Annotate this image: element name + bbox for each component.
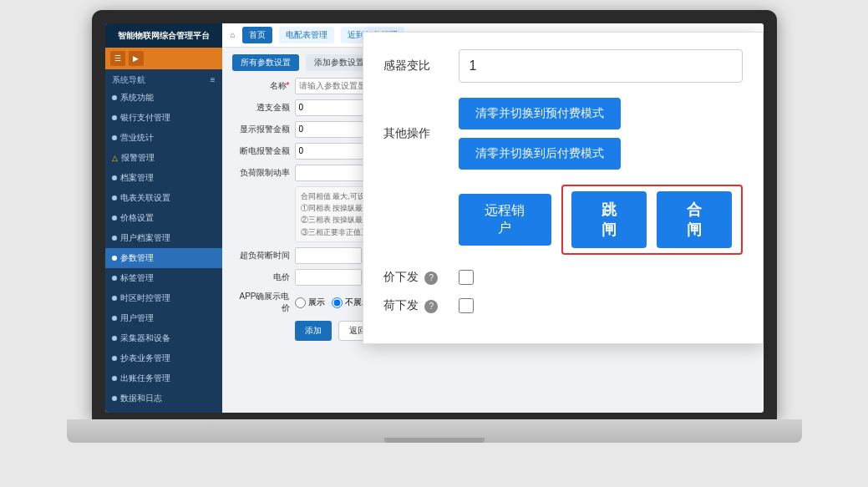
nav-expand-icon[interactable]: ≡ bbox=[211, 75, 216, 84]
sidebar-item-meter-reading[interactable]: 抄表业务管理 bbox=[105, 348, 222, 368]
popup-remote-row: 远程销户 跳闸 合闸 bbox=[459, 185, 743, 255]
sidebar-item-time-zone[interactable]: 时区时控管理 bbox=[105, 288, 222, 308]
sidebar-item-alarm[interactable]: △ 报警管理 bbox=[105, 148, 222, 168]
label-load-limit: 负荷限制动率 bbox=[232, 167, 295, 179]
breadcrumb-tab-home[interactable]: 首页 bbox=[242, 27, 272, 43]
home-icon[interactable]: ⌂ bbox=[231, 30, 236, 39]
sidebar-item-report[interactable]: 报表查询 bbox=[105, 408, 222, 413]
menu-icon[interactable]: ☰ bbox=[110, 51, 125, 66]
radio-show-label: 展示 bbox=[308, 297, 325, 308]
play-icon[interactable]: ▶ bbox=[129, 51, 144, 66]
sidebar-item-param-mgr[interactable]: 参数管理 bbox=[105, 248, 222, 268]
label-power-cut: 断电报警金额 bbox=[232, 145, 295, 157]
radio-hide-input[interactable] bbox=[332, 297, 343, 308]
btn-jump[interactable]: 跳闸 bbox=[571, 191, 647, 248]
sidebar: 智能物联网综合管理平台 ☰ ▶ 系统导航 ≡ 系统功能 银行支付管理 bbox=[105, 23, 222, 413]
label-name: 名称* bbox=[232, 80, 295, 92]
sidebar-item-user-mgr[interactable]: 用户管理 bbox=[105, 308, 222, 328]
popup-label-other-ops: 其他操作 bbox=[383, 126, 459, 141]
sidebar-item-user-archive[interactable]: 用户档案管理 bbox=[105, 228, 222, 248]
other-ops-btns: 清零并切换到预付费模式 清零并切换到后付费模式 bbox=[459, 98, 743, 170]
sidebar-item-label-mgr[interactable]: 标签管理 bbox=[105, 268, 222, 288]
sidebar-item-sales-stats[interactable]: 营业统计 bbox=[105, 128, 222, 148]
sidebar-item-files[interactable]: 档案管理 bbox=[105, 168, 222, 188]
nav-section: 系统导航 ≡ bbox=[105, 69, 222, 88]
label-overdraft: 透支金额 bbox=[232, 102, 295, 114]
label-app-price: APP确展示电价 bbox=[232, 291, 295, 314]
popup-label-sensor: 感器变比 bbox=[383, 58, 459, 74]
sidebar-top-icons: ☰ ▶ bbox=[105, 48, 222, 69]
sidebar-item-system-func[interactable]: 系统功能 bbox=[105, 88, 222, 108]
popup-row-other-ops: 其他操作 清零并切换到预付费模式 清零并切换到后付费模式 bbox=[383, 98, 743, 170]
input-price[interactable]: 1.00 bbox=[295, 269, 362, 286]
laptop-base bbox=[67, 419, 802, 443]
sidebar-header: 智能物联网综合管理平台 bbox=[105, 23, 222, 48]
price-down-checkbox[interactable] bbox=[459, 270, 474, 285]
load-down-help-icon[interactable]: ? bbox=[424, 300, 438, 313]
btn-prepaid[interactable]: 清零并切换到预付费模式 bbox=[459, 98, 621, 129]
popup-row-load-down: 荷下发 ? bbox=[383, 298, 743, 313]
popup-input-sensor[interactable] bbox=[459, 49, 743, 83]
sidebar-item-data-log[interactable]: 数据和日志 bbox=[105, 388, 222, 408]
sidebar-item-price[interactable]: 价格设置 bbox=[105, 208, 222, 228]
sidebar-item-bank-pay[interactable]: 银行支付管理 bbox=[105, 108, 222, 128]
popup-row-sensor: 感器变比 bbox=[383, 49, 743, 83]
label-alarm-amount: 显示报警金额 bbox=[232, 124, 295, 135]
sidebar-item-meter-link[interactable]: 电表关联设置 bbox=[105, 188, 222, 208]
btn-postpaid[interactable]: 清零并切换到后付费模式 bbox=[459, 138, 621, 170]
btn-close-circuit[interactable]: 合闸 bbox=[657, 191, 732, 248]
submit-button[interactable]: 添加 bbox=[295, 321, 332, 341]
popup-label-price-down: 价下发 ? bbox=[383, 270, 459, 285]
label-price: 电价 bbox=[232, 271, 295, 283]
radio-group-app-price: 展示 不展示 bbox=[295, 297, 370, 308]
sidebar-item-collector[interactable]: 采集器和设备 bbox=[105, 328, 222, 348]
price-down-help-icon[interactable]: ? bbox=[424, 271, 438, 285]
sidebar-item-billing-task[interactable]: 出账任务管理 bbox=[105, 368, 222, 388]
breadcrumb-tab-meter[interactable]: 电配表管理 bbox=[279, 27, 334, 43]
label-overtime: 超负荷断时间 bbox=[232, 250, 295, 261]
radio-show-input[interactable] bbox=[295, 297, 306, 308]
btn-remote-customer[interactable]: 远程销户 bbox=[459, 194, 551, 246]
overlay-popup: 感器变比 其他操作 清零并切换到预付费模式 清零并切换到后付费模式 远程销户 bbox=[363, 32, 764, 344]
popup-row-remote: 远程销户 跳闸 合闸 bbox=[383, 185, 743, 255]
popup-label-load-down: 荷下发 ? bbox=[383, 298, 459, 313]
tab-all-params[interactable]: 所有参数设置 bbox=[232, 54, 299, 71]
input-overtime[interactable] bbox=[295, 247, 362, 264]
highlighted-group: 跳闸 合闸 bbox=[561, 185, 743, 255]
popup-row-price-down: 价下发 ? bbox=[383, 270, 743, 285]
load-down-checkbox[interactable] bbox=[459, 298, 474, 313]
radio-show[interactable]: 展示 bbox=[295, 297, 325, 308]
